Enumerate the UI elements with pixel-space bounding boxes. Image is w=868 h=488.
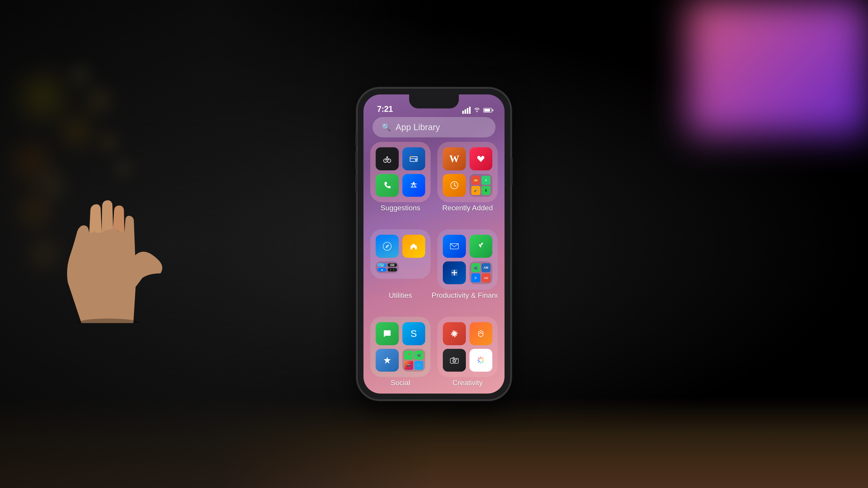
app-appstore[interactable] [402,174,426,197]
app-mail[interactable] [443,235,466,258]
app-safari[interactable] [376,235,399,258]
folder-creativity[interactable]: Creativity [437,317,498,377]
folder-creativity-label: Creativity [453,379,483,387]
app-warcraft[interactable]: W [443,147,466,170]
productivity-mini[interactable]: 📹 AM 🗓 AM [469,261,493,285]
bg-gradient-top-right [687,0,868,135]
folder-utilities-label: Utilities [389,291,412,300]
social-mini[interactable]: 📍 📹 📷 🐦 [402,349,426,372]
row-1: Suggestions W [370,142,498,216]
signal-icon [462,107,471,114]
volume-up-button[interactable] [355,151,357,169]
folder-suggestions-label: Suggestions [380,204,420,212]
search-icon: 🔍 [381,123,391,132]
phone-screen: 7:21 [364,94,504,394]
app-settings[interactable] [443,322,466,345]
folder-recently-label: Recently Added [442,204,493,212]
notch [409,94,459,108]
app-halide[interactable] [469,322,493,345]
wifi-icon [473,107,480,114]
folder-social-label: Social [391,379,410,387]
search-placeholder: App Library [396,123,440,132]
app-clock[interactable] [443,174,466,197]
battery-icon [483,108,493,112]
app-library-grid: Suggestions W [370,142,498,389]
app-skype[interactable]: S [402,322,426,345]
app-home[interactable] [402,235,426,258]
svg-rect-5 [410,158,417,159]
folder-productivity-label: Productivity & Finance [432,291,498,300]
app-wallet[interactable] [402,147,426,170]
folder-utilities[interactable]: 🗺️ ⌨ ● ⋮⋮ Utilities [370,229,431,290]
svg-line-26 [478,358,479,359]
utilities-mini[interactable]: 🗺️ ⌨ ● ⋮⋮ [376,261,399,273]
search-bar[interactable]: 🔍 App Library [373,117,495,137]
folder-productivity[interactable]: 📹 AM 🗓 AM Productivity & Finance [437,229,498,290]
app-spark[interactable] [376,349,399,372]
svg-rect-8 [410,156,411,157]
svg-point-17 [454,360,455,362]
row-3: S 📍 [370,317,498,389]
row-2: 🗺️ ⌨ ● ⋮⋮ Utilities [370,229,498,303]
svg-line-20 [482,358,483,359]
app-phone[interactable] [376,174,399,197]
svg-point-0 [476,111,477,112]
status-icons [462,107,493,114]
svg-point-11 [387,246,388,247]
app-health[interactable] [469,147,493,170]
app-mela[interactable] [376,147,399,170]
app-mini-group[interactable]: 🎫 ✦ 🎤 $ [469,174,493,197]
utilities-empty [402,261,426,273]
power-button[interactable] [511,158,513,185]
status-time: 7:21 [377,104,393,114]
signal-bar-3 [467,108,468,114]
folder-suggestions[interactable]: Suggestions [370,142,431,202]
svg-point-3 [386,156,388,158]
folder-recently-added[interactable]: W [437,142,498,202]
phone: 7:21 [357,88,511,400]
svg-rect-6 [415,159,417,161]
signal-bar-2 [465,109,466,114]
silent-switch[interactable] [355,133,357,146]
app-photos[interactable] [469,349,493,372]
signal-bar-4 [469,107,471,114]
app-chase[interactable] [443,261,466,285]
svg-line-24 [478,361,479,362]
app-camera[interactable] [443,349,466,372]
svg-line-22 [482,361,483,362]
app-messages[interactable] [376,322,399,345]
app-robinhood[interactable] [469,235,493,258]
svg-point-16 [453,359,456,362]
volume-down-button[interactable] [355,174,357,192]
signal-bar-1 [462,111,464,114]
phone-body: 7:21 [357,88,511,400]
svg-rect-18 [456,359,457,360]
folder-social[interactable]: S 📍 [370,317,431,377]
